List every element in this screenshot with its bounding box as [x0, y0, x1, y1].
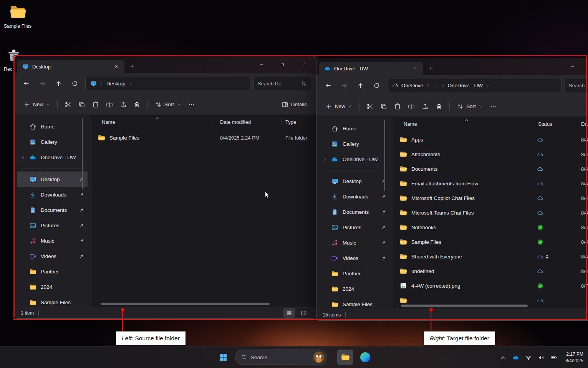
vertical-scrollbar[interactable] [384, 120, 385, 191]
details-view-button[interactable] [283, 308, 295, 318]
share-button[interactable] [116, 98, 130, 112]
sidebar-item-2024[interactable]: 2024 [17, 279, 88, 295]
desktop-icon-sample-files[interactable]: Sample Files [2, 3, 34, 29]
tab-onedrive-uw[interactable]: OneDrive - UW [319, 62, 423, 75]
sidebar-item-home[interactable]: Home [17, 119, 88, 134]
maximize-button[interactable] [583, 58, 588, 75]
sidebar-item-documents[interactable]: Documents [319, 204, 389, 220]
forward-button[interactable] [337, 78, 351, 92]
tab-close-button[interactable] [410, 64, 420, 73]
rename-button[interactable] [404, 100, 418, 113]
tab-close-button[interactable] [111, 62, 121, 71]
file-row[interactable]: Sample Files 8/4/2025 2:24 PM File folde… [91, 130, 316, 145]
scrollbar-thumb[interactable] [401, 305, 528, 307]
new-tab-button[interactable] [425, 62, 437, 74]
sidebar-item-documents[interactable]: Documents [17, 202, 88, 218]
minimize-button[interactable] [251, 56, 272, 73]
volume-icon[interactable] [538, 354, 545, 361]
new-tab-button[interactable] [126, 60, 138, 72]
sidebar-item-desktop[interactable]: Desktop [17, 172, 88, 187]
breadcrumb[interactable]: OneDrive - UW [448, 83, 483, 88]
file-row[interactable]: undefined 8/4/2025 [393, 264, 588, 278]
refresh-button[interactable] [68, 77, 81, 90]
breadcrumb[interactable]: OneDrive [401, 83, 423, 88]
search-input[interactable]: Search De [253, 77, 311, 90]
column-header-date[interactable]: Date [577, 118, 588, 130]
refresh-button[interactable] [369, 78, 383, 92]
new-button[interactable]: New [20, 98, 54, 112]
close-button[interactable] [293, 56, 313, 73]
sidebar-item-pictures[interactable]: Pictures [319, 220, 389, 235]
address-bar[interactable]: OneDrive … OneDrive - UW [387, 79, 561, 92]
breadcrumb-ellipsis[interactable]: … [433, 83, 438, 88]
column-header-status[interactable]: Status [534, 118, 577, 130]
more-options-button[interactable] [486, 100, 500, 113]
sidebar-item-panther[interactable]: Panther [319, 266, 389, 281]
share-button[interactable] [418, 100, 432, 113]
back-button[interactable] [321, 78, 335, 92]
more-options-button[interactable] [184, 98, 198, 112]
large-icons-view-button[interactable] [298, 308, 310, 318]
sidebar-item-videos[interactable]: Videos [17, 248, 88, 264]
copy-button[interactable] [75, 98, 89, 112]
file-row[interactable]: Microsoft Teams Chat Files 8/4/2025 [393, 205, 588, 220]
chevron-right-icon[interactable] [21, 155, 25, 160]
maximize-button[interactable] [272, 56, 293, 73]
tab-desktop[interactable]: Desktop [17, 60, 124, 73]
forward-button[interactable] [35, 77, 49, 90]
taskbar-clock[interactable]: 2:17 PM 8/4/2025 [565, 351, 583, 363]
chevron-up-icon[interactable] [500, 354, 507, 361]
back-button[interactable] [19, 77, 33, 90]
horizontal-scrollbar[interactable] [398, 305, 588, 307]
details-pane-button[interactable]: Details [278, 98, 310, 112]
cut-button[interactable] [363, 100, 377, 113]
file-row[interactable]: Shared with Everyone 8/4/2025 [393, 249, 588, 264]
sidebar-item-desktop[interactable]: Desktop [319, 173, 389, 189]
breadcrumb[interactable]: Desktop [106, 81, 126, 87]
sidebar-item-sample-files[interactable]: Sample Files [17, 295, 88, 310]
file-row[interactable]: Sample Files 8/4/2025 [393, 235, 588, 249]
sidebar-item-music[interactable]: Music [17, 233, 88, 248]
file-row[interactable]: Email attachments from Flow 8/4/2025 [393, 176, 588, 191]
sidebar-item-panther[interactable]: Panther [17, 264, 88, 279]
taskbar-search-box[interactable]: Search [235, 350, 327, 365]
file-row[interactable]: Microsoft Copilot Chat Files 8/4/2025 [393, 191, 588, 205]
column-header-name[interactable]: Name [399, 118, 534, 130]
sidebar-item-sample-files[interactable]: Sample Files [319, 296, 389, 312]
minimize-button[interactable] [562, 58, 583, 75]
sidebar-item-downloads[interactable]: Downloads [17, 187, 88, 202]
rename-button[interactable] [103, 98, 116, 112]
onedrive-tray-icon[interactable] [512, 354, 519, 361]
column-header-date-modified[interactable]: Date modified [216, 116, 281, 128]
up-button[interactable] [353, 78, 367, 92]
sidebar-item-2024[interactable]: 2024 [319, 281, 389, 296]
column-header-type[interactable]: Type [281, 116, 316, 128]
file-row[interactable]: 4-4W (corrected).png 8/7/2025 [393, 278, 588, 293]
wifi-icon[interactable] [525, 354, 532, 361]
new-button[interactable]: New [322, 100, 356, 113]
sidebar-item-onedrive[interactable]: OneDrive - UW [17, 150, 88, 165]
search-input[interactable]: Search O [565, 79, 588, 92]
file-row[interactable]: Notebooks 8/4/2025 [393, 220, 588, 235]
file-row[interactable]: Documents 8/4/2025 [393, 162, 588, 176]
copy-button[interactable] [377, 100, 391, 113]
cut-button[interactable] [61, 98, 75, 112]
start-button[interactable] [215, 350, 231, 365]
file-row[interactable]: Apps 8/4/2025 [393, 132, 588, 147]
address-bar[interactable]: Desktop [85, 77, 250, 90]
sidebar-item-downloads[interactable]: Downloads [319, 189, 389, 204]
sidebar-item-onedrive[interactable]: OneDrive - UW [319, 152, 389, 167]
file-row[interactable]: Attachments 8/4/2025 [393, 147, 588, 162]
paste-button[interactable] [391, 100, 404, 113]
chevron-right-icon[interactable] [323, 157, 327, 162]
sidebar-item-music[interactable]: Music [319, 235, 389, 250]
up-button[interactable] [51, 77, 65, 90]
search-highlight-avatar[interactable] [313, 351, 325, 363]
vertical-scrollbar[interactable] [82, 118, 83, 189]
delete-button[interactable] [130, 98, 144, 112]
delete-button[interactable] [432, 100, 446, 113]
sort-button[interactable]: Sort [453, 100, 486, 113]
battery-icon[interactable] [550, 354, 557, 361]
sidebar-item-pictures[interactable]: Pictures [17, 218, 88, 233]
sidebar-item-gallery[interactable]: Gallery [17, 134, 88, 150]
